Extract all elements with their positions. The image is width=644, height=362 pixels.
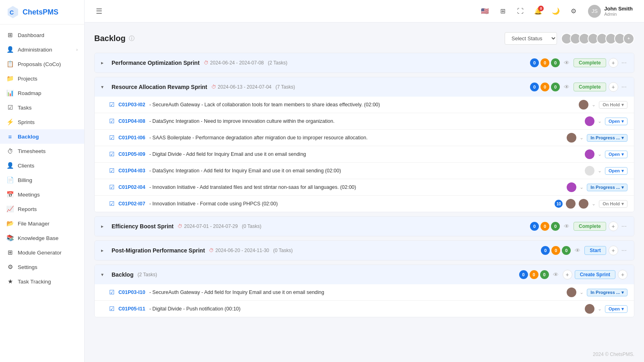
- task-id[interactable]: C01P02-I04: [118, 184, 145, 190]
- sidebar-item-administration[interactable]: 👤 Administration ›: [0, 42, 84, 57]
- sidebar-item-dashboard[interactable]: ⊞ Dashboard: [0, 28, 84, 42]
- task-id[interactable]: C01P03-I10: [118, 290, 145, 295]
- sprint-header[interactable]: ▾ Backlog (2 Tasks) 0 0 0 👁 + Create Spr…: [95, 265, 634, 284]
- nav-label: Backlog: [18, 134, 78, 140]
- status-filter[interactable]: Select Status Complete In Progress On Ho…: [505, 32, 557, 45]
- status-badge[interactable]: On Hold ▾: [599, 200, 627, 208]
- task-checkbox[interactable]: ☑: [109, 305, 114, 312]
- task-chevron[interactable]: ⌄: [598, 151, 602, 157]
- language-flag[interactable]: 🇺🇸: [478, 5, 491, 18]
- task-chevron[interactable]: ⌄: [592, 102, 596, 108]
- sprint-plus-button[interactable]: +: [609, 82, 618, 92]
- sidebar-item-meetings[interactable]: 📅 Meetings: [0, 187, 84, 202]
- status-badge[interactable]: Open ▾: [605, 151, 627, 158]
- task-checkbox[interactable]: ☑: [109, 134, 114, 141]
- sidebar-item-settings[interactable]: ⚙ Settings: [0, 260, 84, 274]
- task-chevron[interactable]: ⌄: [580, 290, 584, 295]
- sidebar-item-sprints[interactable]: ⚡ Sprints: [0, 115, 84, 129]
- sprint-plus-button[interactable]: +: [609, 246, 618, 255]
- sidebar-item-timesheets[interactable]: ⏱ Timesheets: [0, 144, 84, 158]
- sidebar-item-knowledge-base[interactable]: 📚 Knowledge Base: [0, 231, 84, 245]
- sidebar-item-tasks[interactable]: ☑ Tasks: [0, 100, 84, 115]
- sprint-more-button[interactable]: ···: [621, 59, 627, 66]
- eye-icon[interactable]: 👁: [575, 247, 580, 254]
- sidebar-item-roadmap[interactable]: 📊 Roadmap: [0, 86, 84, 100]
- sidebar-item-projects[interactable]: 📁 Projects: [0, 71, 84, 86]
- sprint-toggle[interactable]: ▸: [101, 223, 108, 229]
- task-chevron[interactable]: ⌄: [580, 184, 584, 190]
- eye-icon[interactable]: 👁: [564, 223, 569, 230]
- add-task-button[interactable]: +: [563, 270, 572, 279]
- task-id[interactable]: C01P03-I02: [118, 102, 145, 108]
- apps-icon[interactable]: ⊞: [496, 5, 509, 18]
- fullscreen-icon[interactable]: ⛶: [514, 5, 527, 18]
- sprint-plus-button[interactable]: +: [618, 270, 627, 279]
- sprint-action-button[interactable]: Complete: [574, 58, 606, 67]
- task-chevron[interactable]: ⌄: [580, 135, 584, 141]
- task-checkbox[interactable]: ☑: [109, 167, 114, 174]
- task-id[interactable]: C01P01-I06: [118, 135, 145, 141]
- task-chevron[interactable]: ⌄: [598, 118, 602, 124]
- status-badge[interactable]: In Progress ... ▾: [587, 184, 627, 191]
- status-badge[interactable]: Open ▾: [605, 118, 627, 125]
- task-checkbox[interactable]: ☑: [109, 200, 114, 207]
- sprint-more-button[interactable]: ···: [621, 247, 627, 254]
- status-badge[interactable]: Open ▾: [605, 167, 627, 175]
- sidebar-item-clients[interactable]: 👤 Clients: [0, 158, 84, 173]
- task-id[interactable]: C01P02-I07: [118, 201, 145, 207]
- sprint-plus-button[interactable]: +: [609, 221, 618, 231]
- sprint-toggle[interactable]: ▸: [101, 248, 108, 253]
- sprint-plus-button[interactable]: +: [609, 58, 618, 68]
- sprint-header[interactable]: ▸ Post-Migration Performance Sprint ⏱ 20…: [95, 241, 634, 260]
- sprint-toggle[interactable]: ▾: [101, 272, 108, 277]
- dark-mode-icon[interactable]: 🌙: [549, 5, 562, 18]
- sprint-more-button[interactable]: ···: [621, 223, 627, 230]
- sprint-task-count: (0 Tasks): [242, 223, 261, 229]
- sprint-toggle[interactable]: ▸: [101, 60, 108, 66]
- sidebar-item-billing[interactable]: 📄 Billing: [0, 173, 84, 187]
- task-checkbox[interactable]: ☑: [109, 118, 114, 125]
- sprint-header[interactable]: ▾ Resource Allocation Revamp Sprint ⏱ 20…: [95, 77, 634, 97]
- task-avatar: [567, 133, 576, 143]
- task-chevron[interactable]: ⌄: [598, 168, 602, 174]
- sidebar-item-task-tracking[interactable]: ★ Task Tracking: [0, 274, 84, 289]
- task-checkbox[interactable]: ☑: [109, 184, 114, 191]
- task-checkbox[interactable]: ☑: [109, 151, 114, 158]
- user-menu[interactable]: JS John Smith Admin: [585, 3, 636, 19]
- task-id[interactable]: C01P05-I11: [118, 306, 145, 312]
- add-member-button[interactable]: +: [623, 33, 634, 44]
- sprint-action-button[interactable]: Complete: [574, 83, 606, 91]
- settings-icon[interactable]: ⚙: [567, 5, 580, 18]
- sprint-action-button[interactable]: Start: [584, 246, 606, 255]
- status-badge[interactable]: On Hold ▾: [599, 101, 627, 109]
- status-badge[interactable]: In Progress ... ▾: [587, 289, 627, 296]
- task-id[interactable]: C01P04-I08: [118, 118, 145, 124]
- task-title: - SecureAuth Gateway - Lack of collabora…: [149, 102, 575, 108]
- eye-icon[interactable]: 👁: [564, 84, 569, 90]
- sidebar-item-module-generator[interactable]: ⊞ Module Generator: [0, 245, 84, 260]
- sprint-header[interactable]: ▸ Efficiency Boost Sprint ⏱ 2024-07-01 -…: [95, 217, 634, 236]
- sprint-actions: Complete + ···: [574, 221, 627, 231]
- sprint-action-button[interactable]: Create Sprint: [575, 270, 615, 279]
- task-id[interactable]: C01P05-I09: [118, 151, 145, 157]
- notifications-icon[interactable]: 🔔 0: [532, 5, 545, 18]
- status-badge[interactable]: Open ▾: [605, 305, 627, 313]
- sprint-more-button[interactable]: ···: [621, 83, 627, 91]
- hamburger-button[interactable]: ☰: [93, 5, 106, 17]
- sidebar-item-reports[interactable]: 📈 Reports: [0, 202, 84, 216]
- info-icon[interactable]: ⓘ: [129, 35, 135, 42]
- sidebar-item-backlog[interactable]: ≡ Backlog: [0, 129, 84, 144]
- task-id[interactable]: C01P04-I03: [118, 168, 145, 174]
- sprint-header[interactable]: ▸ Performance Optimization Sprint ⏱ 2024…: [95, 53, 634, 72]
- sprint-action-button[interactable]: Complete: [574, 222, 606, 231]
- eye-icon[interactable]: 👁: [553, 271, 559, 278]
- sprint-toggle[interactable]: ▾: [101, 84, 108, 90]
- eye-icon[interactable]: 👁: [564, 60, 569, 66]
- sidebar-item-proposals-coco[interactable]: 📋 Proposals (CoCo): [0, 57, 84, 71]
- sidebar-item-file-manager[interactable]: 📂 File Manager: [0, 216, 84, 231]
- status-badge[interactable]: In Progress ... ▾: [587, 134, 627, 142]
- task-checkbox[interactable]: ☑: [109, 101, 114, 108]
- task-chevron[interactable]: ⌄: [598, 306, 602, 312]
- task-chevron[interactable]: ⌄: [592, 201, 596, 207]
- task-checkbox[interactable]: ☑: [109, 289, 114, 296]
